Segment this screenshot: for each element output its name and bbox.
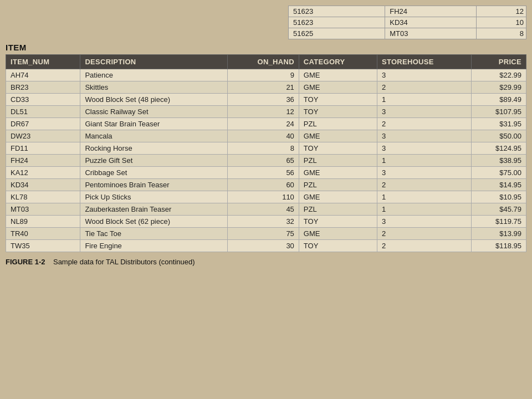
table-row: TW35Fire Engine30TOY2$118.95 — [6, 240, 526, 252]
table-cell: Tie Tac Toe — [80, 228, 228, 240]
table-cell: $107.95 — [472, 106, 526, 118]
top-table: 51623FH241251623KD341051625MT038 — [288, 6, 526, 39]
top-table-cell: 8 — [476, 28, 526, 39]
table-cell: 9 — [228, 69, 299, 81]
top-table-cell: 10 — [476, 17, 526, 28]
figure-label: FIGURE 1-2 — [6, 258, 45, 266]
table-row: BR23Skittles21GME2$29.99 — [6, 81, 526, 94]
top-table-cell: 51623 — [289, 6, 385, 17]
table-cell: TR40 — [6, 228, 80, 240]
table-cell: $14.95 — [472, 179, 526, 191]
table-cell: Pick Up Sticks — [80, 191, 228, 203]
table-cell: MT03 — [6, 203, 80, 216]
table-cell: 3 — [377, 69, 472, 81]
table-row: NL89Wood Block Set (62 piece)32TOY3$119.… — [6, 216, 526, 228]
table-cell: PZL — [299, 203, 377, 216]
table-cell: 1 — [377, 191, 472, 203]
column-header-price: PRICE — [472, 55, 526, 69]
table-cell: $13.99 — [472, 228, 526, 240]
table-cell: Classic Railway Set — [80, 106, 228, 118]
table-cell: TOY — [299, 216, 377, 228]
table-cell: PZL — [299, 155, 377, 167]
table-cell: KD34 — [6, 179, 80, 191]
table-cell: $124.95 — [472, 142, 526, 155]
table-cell: 110 — [228, 191, 299, 203]
table-cell: GME — [299, 130, 377, 142]
table-cell: $89.49 — [472, 94, 526, 106]
table-cell: 2 — [377, 228, 472, 240]
column-header-on_hand: ON_HAND — [228, 55, 299, 69]
table-cell: FD11 — [6, 142, 80, 155]
table-cell: 40 — [228, 130, 299, 142]
table-cell: 75 — [228, 228, 299, 240]
table-row: CD33Wood Block Set (48 piece)36TOY1$89.4… — [6, 94, 526, 106]
table-cell: 1 — [377, 94, 472, 106]
table-cell: KA12 — [6, 167, 80, 179]
table-cell: TW35 — [6, 240, 80, 252]
table-cell: 32 — [228, 216, 299, 228]
table-row: KD34Pentominoes Brain Teaser60PZL2$14.95 — [6, 179, 526, 191]
table-cell: GME — [299, 167, 377, 179]
table-cell: Cribbage Set — [80, 167, 228, 179]
table-cell: $50.00 — [472, 130, 526, 142]
table-cell: $31.95 — [472, 118, 526, 130]
table-cell: TOY — [299, 240, 377, 252]
table-cell: 56 — [228, 167, 299, 179]
table-cell: $75.00 — [472, 167, 526, 179]
table-cell: 1 — [377, 155, 472, 167]
table-cell: 30 — [228, 240, 299, 252]
table-cell: CD33 — [6, 94, 80, 106]
table-cell: 45 — [228, 203, 299, 216]
table-cell: Wood Block Set (62 piece) — [80, 216, 228, 228]
table-row: AH74Patience9GME3$22.99 — [6, 69, 526, 81]
table-row: MT03Zauberkasten Brain Teaser45PZL1$45.7… — [6, 203, 526, 216]
table-row: KL78Pick Up Sticks110GME1$10.95 — [6, 191, 526, 203]
table-cell: Zauberkasten Brain Teaser — [80, 203, 228, 216]
table-cell: 2 — [377, 118, 472, 130]
table-cell: GME — [299, 228, 377, 240]
table-cell: DR67 — [6, 118, 80, 130]
column-header-item_num: ITEM_NUM — [6, 55, 80, 69]
figure-caption-text: Sample data for TAL Distributors (contin… — [53, 258, 195, 266]
table-cell: Fire Engine — [80, 240, 228, 252]
table-row: KA12Cribbage Set56GME3$75.00 — [6, 167, 526, 179]
column-header-storehouse: STOREHOUSE — [377, 55, 472, 69]
table-cell: $38.95 — [472, 155, 526, 167]
top-table-cell: MT03 — [385, 28, 477, 39]
table-row: FD11Rocking Horse8TOY3$124.95 — [6, 142, 526, 155]
table-cell: Giant Star Brain Teaser — [80, 118, 228, 130]
table-cell: DL51 — [6, 106, 80, 118]
table-cell: 36 — [228, 94, 299, 106]
table-cell: $10.95 — [472, 191, 526, 203]
top-table-container: 51623FH241251623KD341051625MT038 — [6, 6, 526, 39]
table-cell: PZL — [299, 179, 377, 191]
table-cell: Mancala — [80, 130, 228, 142]
table-cell: $29.99 — [472, 81, 526, 94]
table-cell: Rocking Horse — [80, 142, 228, 155]
table-cell: GME — [299, 191, 377, 203]
column-header-category: CATEGORY — [299, 55, 377, 69]
table-cell: 24 — [228, 118, 299, 130]
table-cell: GME — [299, 81, 377, 94]
table-cell: TOY — [299, 142, 377, 155]
top-table-cell: FH24 — [385, 6, 477, 17]
table-cell: Puzzle Gift Set — [80, 155, 228, 167]
table-row: DW23Mancala40GME3$50.00 — [6, 130, 526, 142]
table-row: DR67Giant Star Brain Teaser24PZL2$31.95 — [6, 118, 526, 130]
table-cell: 3 — [377, 106, 472, 118]
table-row: TR40Tie Tac Toe75GME2$13.99 — [6, 228, 526, 240]
main-table: ITEM_NUMDESCRIPTIONON_HANDCATEGORYSTOREH… — [6, 54, 526, 252]
table-cell: GME — [299, 69, 377, 81]
table-cell: BR23 — [6, 81, 80, 94]
table-cell: 2 — [377, 179, 472, 191]
table-cell: KL78 — [6, 191, 80, 203]
top-table-cell: 12 — [476, 6, 526, 17]
table-cell: TOY — [299, 106, 377, 118]
table-cell: Wood Block Set (48 piece) — [80, 94, 228, 106]
top-table-cell: 51625 — [289, 28, 385, 39]
table-cell: Skittles — [80, 81, 228, 94]
table-cell: 1 — [377, 203, 472, 216]
table-cell: TOY — [299, 94, 377, 106]
table-row: FH24Puzzle Gift Set65PZL1$38.95 — [6, 155, 526, 167]
section-title: ITEM — [6, 43, 526, 52]
